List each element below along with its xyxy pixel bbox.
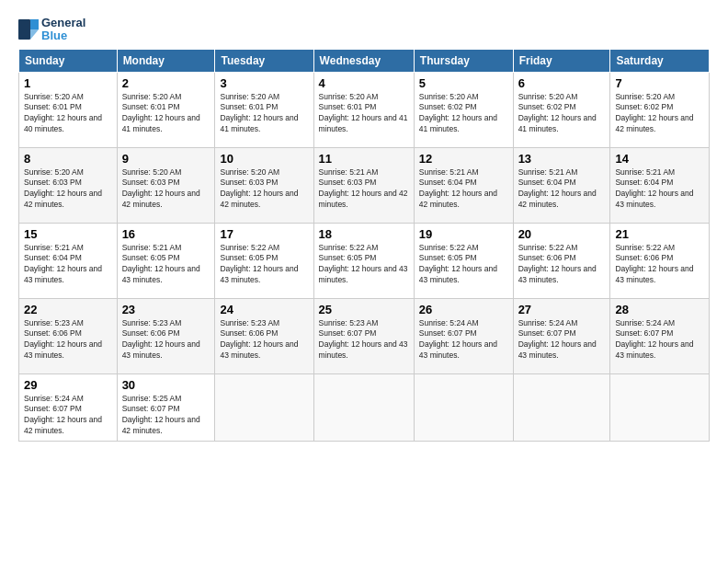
day-number: 4 bbox=[319, 76, 409, 90]
day-number: 19 bbox=[419, 227, 508, 241]
weekday-header-monday: Monday bbox=[117, 49, 215, 72]
day-info: Sunrise: 5:20 AMSunset: 6:01 PMDaylight:… bbox=[24, 92, 112, 136]
day-number: 3 bbox=[220, 76, 308, 90]
day-info: Sunrise: 5:20 AMSunset: 6:03 PMDaylight:… bbox=[220, 167, 308, 212]
day-number: 21 bbox=[615, 227, 704, 241]
calendar-cell: 6 Sunrise: 5:20 AMSunset: 6:02 PMDayligh… bbox=[513, 72, 610, 147]
calendar-week-4: 22 Sunrise: 5:23 AMSunset: 6:06 PMDaylig… bbox=[19, 298, 710, 373]
header: General Blue bbox=[18, 17, 710, 43]
day-info: Sunrise: 5:21 AMSunset: 6:04 PMDaylight:… bbox=[419, 167, 508, 212]
day-number: 27 bbox=[518, 303, 606, 316]
day-info: Sunrise: 5:25 AMSunset: 6:07 PMDaylight:… bbox=[122, 394, 210, 438]
svg-marker-1 bbox=[30, 19, 39, 29]
day-number: 9 bbox=[122, 152, 210, 166]
calendar-cell: 4 Sunrise: 5:20 AMSunset: 6:01 PMDayligh… bbox=[313, 72, 414, 147]
calendar-cell: 22 Sunrise: 5:23 AMSunset: 6:06 PMDaylig… bbox=[19, 298, 118, 373]
calendar-cell: 3 Sunrise: 5:20 AMSunset: 6:01 PMDayligh… bbox=[215, 72, 313, 147]
day-number: 13 bbox=[518, 152, 606, 166]
day-number: 7 bbox=[615, 76, 704, 90]
day-info: Sunrise: 5:21 AMSunset: 6:04 PMDaylight:… bbox=[24, 243, 112, 287]
day-info: Sunrise: 5:24 AMSunset: 6:07 PMDaylight:… bbox=[419, 318, 508, 362]
day-number: 2 bbox=[122, 76, 210, 90]
day-number: 8 bbox=[24, 152, 112, 166]
day-number: 22 bbox=[24, 303, 112, 316]
calendar-cell: 23 Sunrise: 5:23 AMSunset: 6:06 PMDaylig… bbox=[117, 298, 215, 373]
calendar-cell: 1 Sunrise: 5:20 AMSunset: 6:01 PMDayligh… bbox=[19, 72, 118, 147]
day-number: 5 bbox=[419, 76, 508, 90]
calendar-cell: 28 Sunrise: 5:24 AMSunset: 6:07 PMDaylig… bbox=[610, 298, 710, 373]
day-info: Sunrise: 5:20 AMSunset: 6:01 PMDaylight:… bbox=[220, 92, 308, 136]
calendar-cell: 29 Sunrise: 5:24 AMSunset: 6:07 PMDaylig… bbox=[19, 373, 118, 442]
day-info: Sunrise: 5:20 AMSunset: 6:02 PMDaylight:… bbox=[419, 92, 508, 136]
day-info: Sunrise: 5:20 AMSunset: 6:02 PMDaylight:… bbox=[615, 92, 704, 136]
day-number: 17 bbox=[220, 227, 308, 241]
day-number: 14 bbox=[615, 152, 704, 166]
day-info: Sunrise: 5:23 AMSunset: 6:06 PMDaylight:… bbox=[220, 318, 308, 362]
calendar-cell: 5 Sunrise: 5:20 AMSunset: 6:02 PMDayligh… bbox=[414, 72, 513, 147]
day-info: Sunrise: 5:21 AMSunset: 6:04 PMDaylight:… bbox=[615, 167, 704, 212]
day-info: Sunrise: 5:22 AMSunset: 6:05 PMDaylight:… bbox=[419, 243, 508, 287]
svg-marker-2 bbox=[30, 29, 39, 40]
day-info: Sunrise: 5:22 AMSunset: 6:05 PMDaylight:… bbox=[319, 243, 409, 287]
calendar-week-1: 1 Sunrise: 5:20 AMSunset: 6:01 PMDayligh… bbox=[19, 72, 710, 147]
calendar-cell bbox=[313, 373, 414, 442]
weekday-header-wednesday: Wednesday bbox=[313, 49, 414, 72]
main-container: General Blue SundayMondayTuesdayWednesda… bbox=[0, 0, 728, 451]
calendar-cell: 8 Sunrise: 5:20 AMSunset: 6:03 PMDayligh… bbox=[19, 147, 118, 223]
weekday-header-tuesday: Tuesday bbox=[215, 49, 313, 72]
day-info: Sunrise: 5:21 AMSunset: 6:03 PMDaylight:… bbox=[319, 167, 409, 212]
calendar-cell bbox=[610, 373, 710, 442]
day-info: Sunrise: 5:22 AMSunset: 6:06 PMDaylight:… bbox=[518, 243, 606, 287]
logo-line1: General bbox=[41, 17, 85, 29]
day-number: 6 bbox=[518, 76, 606, 90]
day-info: Sunrise: 5:20 AMSunset: 6:01 PMDaylight:… bbox=[122, 92, 210, 136]
calendar-cell: 2 Sunrise: 5:20 AMSunset: 6:01 PMDayligh… bbox=[117, 72, 215, 147]
calendar-cell bbox=[215, 373, 313, 442]
weekday-header-saturday: Saturday bbox=[610, 49, 710, 72]
weekday-header-thursday: Thursday bbox=[414, 49, 513, 72]
day-number: 24 bbox=[220, 303, 308, 316]
logo-text-block: General Blue bbox=[18, 17, 85, 43]
day-info: Sunrise: 5:22 AMSunset: 6:06 PMDaylight:… bbox=[615, 243, 704, 287]
calendar-cell: 30 Sunrise: 5:25 AMSunset: 6:07 PMDaylig… bbox=[117, 373, 215, 442]
calendar-week-5: 29 Sunrise: 5:24 AMSunset: 6:07 PMDaylig… bbox=[19, 373, 710, 442]
calendar-cell: 14 Sunrise: 5:21 AMSunset: 6:04 PMDaylig… bbox=[610, 147, 710, 223]
calendar-cell: 16 Sunrise: 5:21 AMSunset: 6:05 PMDaylig… bbox=[117, 223, 215, 298]
weekday-header-friday: Friday bbox=[513, 49, 610, 72]
day-info: Sunrise: 5:24 AMSunset: 6:07 PMDaylight:… bbox=[518, 318, 606, 362]
calendar-cell: 25 Sunrise: 5:23 AMSunset: 6:07 PMDaylig… bbox=[313, 298, 414, 373]
calendar-cell: 19 Sunrise: 5:22 AMSunset: 6:05 PMDaylig… bbox=[414, 223, 513, 298]
calendar-cell: 10 Sunrise: 5:20 AMSunset: 6:03 PMDaylig… bbox=[215, 147, 313, 223]
calendar-cell: 24 Sunrise: 5:23 AMSunset: 6:06 PMDaylig… bbox=[215, 298, 313, 373]
weekday-header-sunday: Sunday bbox=[19, 49, 118, 72]
day-number: 20 bbox=[518, 227, 606, 241]
calendar-cell bbox=[414, 373, 513, 442]
calendar-cell: 27 Sunrise: 5:24 AMSunset: 6:07 PMDaylig… bbox=[513, 298, 610, 373]
day-info: Sunrise: 5:23 AMSunset: 6:07 PMDaylight:… bbox=[319, 318, 409, 362]
calendar-cell: 26 Sunrise: 5:24 AMSunset: 6:07 PMDaylig… bbox=[414, 298, 513, 373]
day-info: Sunrise: 5:20 AMSunset: 6:03 PMDaylight:… bbox=[122, 167, 210, 212]
calendar-cell: 13 Sunrise: 5:21 AMSunset: 6:04 PMDaylig… bbox=[513, 147, 610, 223]
day-info: Sunrise: 5:24 AMSunset: 6:07 PMDaylight:… bbox=[615, 318, 704, 362]
day-number: 30 bbox=[122, 378, 210, 392]
day-info: Sunrise: 5:20 AMSunset: 6:01 PMDaylight:… bbox=[319, 92, 409, 136]
day-number: 12 bbox=[419, 152, 508, 166]
calendar-header-row: SundayMondayTuesdayWednesdayThursdayFrid… bbox=[19, 49, 710, 72]
day-number: 28 bbox=[615, 303, 704, 316]
calendar-cell: 7 Sunrise: 5:20 AMSunset: 6:02 PMDayligh… bbox=[610, 72, 710, 147]
calendar-cell: 12 Sunrise: 5:21 AMSunset: 6:04 PMDaylig… bbox=[414, 147, 513, 223]
day-number: 18 bbox=[319, 227, 409, 241]
svg-rect-0 bbox=[18, 19, 30, 40]
day-info: Sunrise: 5:20 AMSunset: 6:03 PMDaylight:… bbox=[24, 167, 112, 212]
day-number: 15 bbox=[24, 227, 112, 241]
day-number: 29 bbox=[24, 378, 112, 392]
day-number: 1 bbox=[24, 76, 112, 90]
logo-graphic bbox=[18, 19, 39, 40]
day-number: 16 bbox=[122, 227, 210, 241]
day-number: 26 bbox=[419, 303, 508, 316]
logo: General Blue bbox=[18, 17, 85, 43]
day-info: Sunrise: 5:23 AMSunset: 6:06 PMDaylight:… bbox=[24, 318, 112, 362]
day-info: Sunrise: 5:21 AMSunset: 6:05 PMDaylight:… bbox=[122, 243, 210, 287]
calendar-cell: 15 Sunrise: 5:21 AMSunset: 6:04 PMDaylig… bbox=[19, 223, 118, 298]
day-info: Sunrise: 5:22 AMSunset: 6:05 PMDaylight:… bbox=[220, 243, 308, 287]
